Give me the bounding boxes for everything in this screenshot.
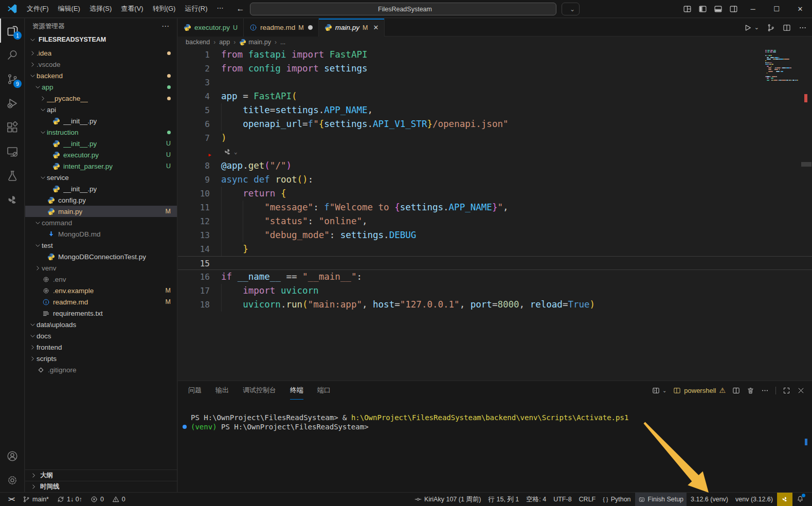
command-center-search[interactable]: FilesReadSysteam [250, 3, 556, 15]
close-button[interactable]: ✕ [788, 0, 812, 18]
status-remote[interactable]: >< [5, 493, 17, 506]
copilot-button[interactable]: ⌄ [562, 3, 580, 15]
tree-item-.gitignore[interactable]: .gitignore [25, 364, 177, 375]
status-python-version[interactable]: 3.12.6 (venv) [688, 493, 731, 506]
status-indentation[interactable]: 空格: 4 [523, 493, 549, 506]
inline-chat-row[interactable]: ▸⌄ [178, 145, 812, 159]
code-line-5[interactable]: 5 title=settings.APP_NAME, [178, 103, 812, 117]
code-line-12[interactable]: 12 "status": "online", [178, 214, 812, 228]
tab-main.py[interactable]: main.pyM✕ [319, 19, 385, 37]
panel-tab-端口[interactable]: 端口 [317, 381, 331, 400]
tree-item-.env.example[interactable]: .env.exampleM [25, 285, 177, 296]
tree-item-__init__.py[interactable]: __init__.py [25, 115, 177, 127]
activity-item-ai-extension[interactable] [0, 188, 25, 212]
status-cursor-position[interactable]: 行 15, 列 1 [485, 493, 522, 506]
more-icon[interactable] [761, 387, 769, 394]
command-decoration-dot[interactable] [183, 425, 187, 429]
tree-item-api[interactable]: api [25, 104, 177, 115]
section-时间线[interactable]: 时间线 [25, 481, 177, 492]
code-line-9[interactable]: 9async def root(): [178, 173, 812, 187]
toggle-secondary-sidebar-icon[interactable] [729, 5, 738, 13]
code-line-6[interactable]: 6 openapi_url=f"{settings.API_V1_STR}/op… [178, 117, 812, 131]
panel-tab-终端[interactable]: 终端 [290, 381, 303, 400]
nav-back-icon[interactable]: ← [236, 4, 244, 13]
split-icon[interactable] [783, 24, 791, 32]
menu-item-4[interactable]: 转到(G) [148, 2, 181, 15]
tree-item-config.py[interactable]: config.py [25, 194, 177, 206]
activity-item-account[interactable] [0, 444, 25, 468]
close-x-icon[interactable] [797, 387, 805, 394]
code-editor[interactable]: 1from fastapi import FastAPI2from config… [178, 48, 812, 381]
code-line-3[interactable]: 3 [178, 76, 812, 89]
more-actions-icon[interactable]: ⋯ [161, 22, 170, 31]
terminal-scrollbar[interactable] [805, 439, 807, 445]
tree-item-MongoDBConnectionTest.py[interactable]: MongoDBConnectionTest.py [25, 251, 177, 262]
tree-item-intent_parser.py[interactable]: intent_parser.pyU [25, 160, 177, 172]
menu-item-1[interactable]: 编辑(E) [53, 2, 85, 15]
status-sync[interactable]: 1↓ 0↑ [54, 493, 85, 506]
new-terminal-icon[interactable] [652, 387, 660, 394]
chevron-down-icon[interactable]: ⌄ [754, 24, 759, 31]
tree-item-.env[interactable]: .env [25, 274, 177, 285]
activity-item-settings[interactable] [0, 468, 25, 492]
panel-tab-问题[interactable]: 问题 [188, 381, 202, 400]
tree-item-MongoDB.md[interactable]: MongoDB.md [25, 228, 177, 240]
toggle-sidebar-icon[interactable] [698, 5, 707, 13]
panel-tab-输出[interactable]: 输出 [215, 381, 229, 400]
tree-item-frontend[interactable]: frontend [25, 341, 177, 353]
maximize-icon[interactable] [783, 387, 790, 394]
tree-item-scripts[interactable]: scripts [25, 353, 177, 364]
menu-item-2[interactable]: 选择(S) [85, 2, 116, 15]
tree-item-backend[interactable]: backend [25, 70, 177, 81]
status-eol[interactable]: CRLF [576, 493, 599, 506]
tree-item-data-uploads[interactable]: data\uploads [25, 319, 177, 330]
code-line-16[interactable]: 16if __name__ == "__main__": [178, 270, 812, 284]
code-line-15[interactable]: 15 [178, 256, 812, 270]
activity-item-explorer[interactable]: 1 [0, 19, 25, 43]
breadcrumb-item-...[interactable]: ... [280, 39, 285, 46]
status-warnings[interactable]: 0 [109, 493, 129, 506]
terminal-instance-powershell[interactable]: powershell⚠ [673, 386, 726, 394]
breadcrumb-item-main.py[interactable]: main.py [239, 39, 271, 46]
tab-readme.md[interactable]: readme.mdM [244, 19, 319, 37]
code-line-18[interactable]: 18 uvicorn.run("main:app", host="127.0.0… [178, 298, 812, 312]
tree-item-requirements.txt[interactable]: requirements.txt [25, 308, 177, 319]
more-icon[interactable] [799, 24, 807, 32]
activity-item-testing[interactable] [0, 164, 25, 188]
menu-item-0[interactable]: 文件(F) [22, 2, 53, 15]
tree-item-__init__.py[interactable]: __init__.pyU [25, 138, 177, 149]
activity-item-remote-explorer[interactable] [0, 139, 25, 164]
tree-root-folder[interactable]: FILESREADSYSTEAM [25, 34, 177, 45]
activity-item-extensions[interactable] [0, 115, 25, 139]
editor-scrollbar[interactable] [801, 162, 811, 167]
tree-item-service[interactable]: service [25, 172, 177, 183]
tree-item-.vscode[interactable]: .vscode [25, 59, 177, 70]
inline-chat-icon[interactable]: ⌄ [223, 145, 238, 159]
chevron-down-icon[interactable]: ⌄ [662, 388, 666, 393]
code-line-14[interactable]: 14 } [178, 242, 812, 256]
status-language[interactable]: { }Python [600, 493, 634, 506]
status-venv[interactable]: venv (3.12.6) [732, 493, 776, 506]
status-commit-info[interactable]: KiriAky 107 (1 周前) [411, 493, 484, 506]
split-icon[interactable] [732, 387, 740, 394]
tree-item-command[interactable]: command [25, 217, 177, 228]
status-notifications[interactable] [793, 493, 807, 506]
menu-item-5[interactable]: 运行(R) [180, 2, 212, 15]
tree-item-__pycache__[interactable]: __pycache__ [25, 93, 177, 104]
code-line-1[interactable]: 1from fastapi import FastAPI [178, 48, 812, 62]
tree-item-instruction[interactable]: instruction [25, 127, 177, 138]
tree-item-venv[interactable]: venv [25, 262, 177, 274]
panel-tab-调试控制台[interactable]: 调试控制台 [243, 381, 276, 400]
status-encoding[interactable]: UTF-8 [550, 493, 574, 506]
tree-item-executor.py[interactable]: executor.pyU [25, 149, 177, 160]
close-icon[interactable]: ✕ [373, 24, 378, 31]
customize-layout-icon[interactable] [683, 5, 692, 13]
activity-item-source-control[interactable]: 9 [0, 67, 25, 91]
terminal-output[interactable]: PS H:\OwnProject\FilesReadSysteam> & h:\… [191, 413, 791, 431]
code-line-7[interactable]: 7) [178, 131, 812, 145]
code-line-4[interactable]: 4app = FastAPI( [178, 89, 812, 103]
status-errors[interactable]: 0 [87, 493, 107, 506]
breadcrumb-item-backend[interactable]: backend [186, 39, 210, 46]
code-line-2[interactable]: 2from config import settings [178, 62, 812, 76]
activity-item-search[interactable] [0, 43, 25, 67]
